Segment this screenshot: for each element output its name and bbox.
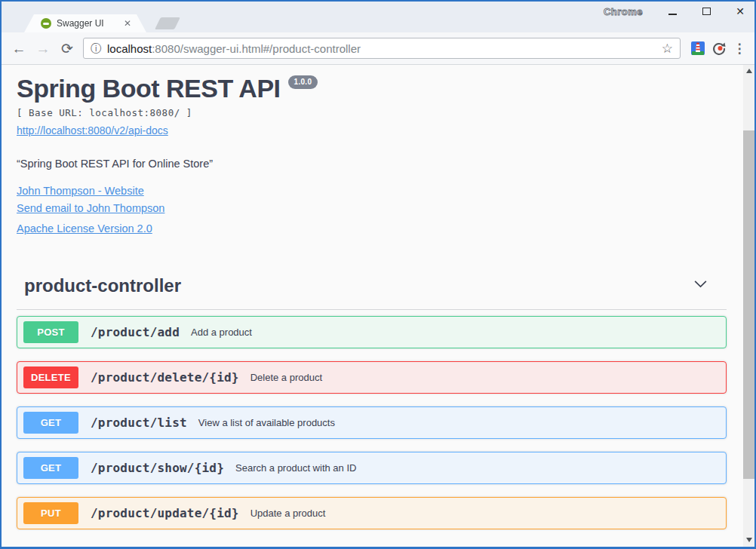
scrollbar-down-icon[interactable]	[746, 538, 752, 542]
endpoint-path: /product/delete/{id}	[91, 370, 239, 385]
page-content: Spring Boot REST API1.0.0 [ Base URL: lo…	[2, 65, 754, 547]
operation-row[interactable]: DELETE /product/delete/{id} Delete a pro…	[17, 361, 727, 394]
base-url-label: [ Base URL: localhost:8080/ ]	[17, 107, 727, 118]
endpoint-summary: View a list of available products	[198, 417, 335, 428]
url-path: :8080/swagger-ui.html#/product-controlle…	[152, 42, 361, 55]
window-controls: ✕	[665, 5, 747, 18]
api-title-text: Spring Boot REST API	[17, 74, 281, 103]
window-title-label: Chrome	[604, 6, 643, 17]
endpoint-summary: Delete a product	[250, 372, 322, 383]
method-badge: GET	[23, 412, 78, 434]
tab-close-icon[interactable]: ✕	[124, 19, 131, 28]
operations-list: POST /product/add Add a product DELETE /…	[17, 316, 727, 529]
maximize-button[interactable]	[699, 5, 713, 18]
endpoint-path: /product/show/{id}	[91, 461, 224, 475]
controller-section-header[interactable]: product-controller	[17, 275, 727, 310]
info-icon[interactable]: ⓘ	[91, 43, 101, 54]
method-badge: PUT	[23, 502, 78, 524]
endpoint-path: /product/add	[91, 325, 180, 339]
address-bar[interactable]: ⓘ localhost:8080/swagger-ui.html#/produc…	[83, 38, 681, 59]
close-button[interactable]: ✕	[733, 5, 747, 18]
browser-menu-button[interactable]: ⋮	[732, 41, 747, 57]
back-button[interactable]: ←	[9, 41, 29, 56]
api-description: “Spring Boot REST API for Online Store”	[17, 158, 727, 170]
method-badge: DELETE	[23, 367, 78, 388]
scrollbar-up-icon[interactable]	[746, 69, 752, 73]
url-host: localhost	[107, 42, 152, 55]
endpoint-path: /product/update/{id}	[91, 506, 239, 520]
swagger-favicon-icon	[41, 18, 51, 29]
license-link[interactable]: Apache License Version 2.0	[17, 223, 152, 235]
email-link[interactable]: Send email to John Thompson	[17, 203, 164, 214]
reload-button[interactable]: ⟳	[57, 41, 77, 56]
lighthouse-extension-icon[interactable]	[690, 40, 706, 57]
maximize-icon	[702, 8, 711, 15]
browser-tabstrip: Chrome ✕ Swagger UI ✕	[2, 2, 754, 32]
chevron-down-icon[interactable]	[693, 276, 708, 295]
endpoint-summary: Search a product with an ID	[235, 462, 356, 474]
browser-toolbar: ← → ⟳ ⓘ localhost:8080/swagger-ui.html#/…	[2, 32, 754, 65]
forward-button[interactable]: →	[33, 41, 53, 56]
method-badge: GET	[23, 457, 78, 479]
website-link[interactable]: John Thompson - Website	[17, 186, 144, 197]
api-title: Spring Boot REST API1.0.0	[17, 65, 727, 104]
operation-row[interactable]: PUT /product/update/{id} Update a produc…	[17, 497, 727, 529]
api-docs-link[interactable]: http://localhost:8080/v2/api-docs	[17, 124, 168, 136]
minimize-icon	[668, 14, 677, 15]
operation-row[interactable]: POST /product/add Add a product	[17, 316, 727, 348]
operation-row[interactable]: GET /product/list View a list of availab…	[17, 406, 727, 439]
version-badge: 1.0.0	[288, 75, 318, 89]
url-text: localhost:8080/swagger-ui.html#/product-…	[107, 42, 656, 55]
endpoint-summary: Add a product	[191, 327, 252, 338]
new-tab-button[interactable]	[155, 17, 180, 29]
endpoint-path: /product/list	[91, 416, 187, 430]
endpoint-summary: Update a product	[250, 508, 326, 519]
method-badge: POST	[23, 321, 78, 343]
browser-tab[interactable]: Swagger UI ✕	[24, 14, 146, 32]
tab-title: Swagger UI	[57, 18, 118, 29]
minimize-button[interactable]	[665, 5, 679, 18]
sync-extension-icon[interactable]	[711, 40, 727, 57]
close-icon: ✕	[736, 6, 745, 17]
page-scrollbar[interactable]	[743, 65, 754, 547]
operation-row[interactable]: GET /product/show/{id} Search a product …	[17, 452, 727, 484]
controller-name: product-controller	[24, 275, 181, 296]
bookmark-star-icon[interactable]: ☆	[662, 42, 673, 55]
scrollbar-thumb[interactable]	[743, 130, 754, 479]
